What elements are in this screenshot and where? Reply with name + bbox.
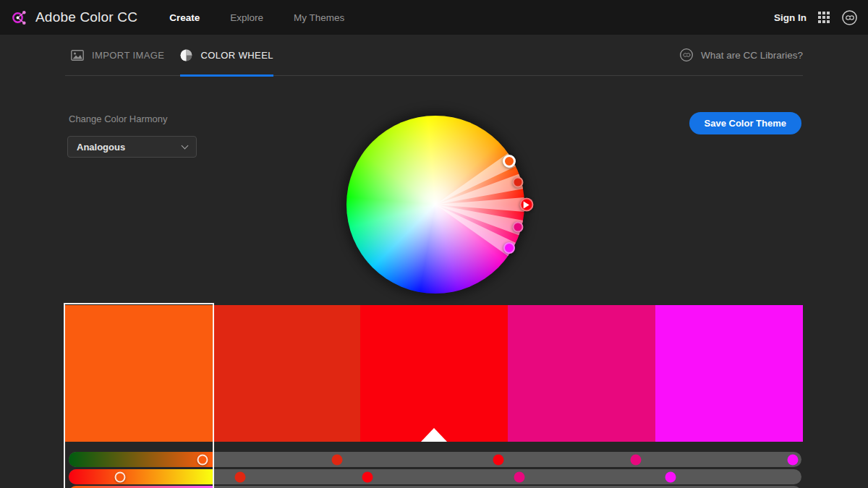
tab-import-image-label: IMPORT IMAGE: [92, 50, 164, 61]
slider-gradient-segment: [69, 469, 213, 484]
harmony-dropdown[interactable]: Analogous: [67, 136, 197, 158]
slider-value-dot: [235, 471, 246, 482]
topbar-right: Sign In: [774, 9, 858, 26]
base-marker-arrow-icon: [523, 201, 529, 208]
creative-cloud-icon[interactable]: [841, 9, 858, 26]
nav-my-themes[interactable]: My Themes: [294, 12, 344, 23]
wheel-marker-4[interactable]: [513, 222, 524, 233]
color-swatch-5[interactable]: [655, 305, 803, 442]
slider-value-dot: [665, 471, 676, 482]
nav-create[interactable]: Create: [169, 12, 200, 23]
color-swatch-4[interactable]: [508, 305, 655, 442]
harmony-label: Change Color Harmony: [69, 114, 168, 124]
nav-explore[interactable]: Explore: [230, 12, 263, 23]
apps-grid-icon[interactable]: [818, 12, 830, 23]
slider-gradient-segment: [69, 452, 213, 467]
primary-nav: Create Explore My Themes: [169, 12, 344, 23]
tab-bar: IMPORT IMAGE COLOR WHEEL What are CC Lib…: [65, 35, 803, 76]
slider-handle[interactable]: [115, 471, 126, 482]
cc-libraries-link[interactable]: What are CC Libraries?: [679, 35, 803, 75]
tab-import-image[interactable]: IMPORT IMAGE: [71, 35, 164, 75]
harmony-rays: [346, 116, 524, 294]
app-title: Adobe Color CC: [35, 9, 137, 25]
save-color-theme-button[interactable]: Save Color Theme: [689, 112, 801, 134]
color-swatch-2[interactable]: [213, 305, 360, 442]
cc-libraries-icon: [679, 48, 694, 62]
slider-track-green[interactable]: [69, 469, 801, 484]
top-bar: Adobe Color CC Create Explore My Themes …: [0, 0, 868, 35]
slider-value-dot: [362, 471, 373, 482]
swatch-row: [65, 305, 803, 442]
slider-handle[interactable]: [197, 454, 208, 465]
tab-color-wheel-label: COLOR WHEEL: [200, 50, 273, 61]
color-wheel-icon: [180, 49, 192, 61]
import-image-icon: [71, 50, 84, 61]
slider-value-dot: [788, 454, 799, 465]
cc-libraries-label: What are CC Libraries?: [701, 50, 803, 61]
slider-value-dot: [331, 454, 342, 465]
color-swatch-1[interactable]: [65, 305, 213, 442]
adobe-color-logo-icon[interactable]: [10, 8, 30, 27]
wheel-marker-2[interactable]: [513, 177, 524, 188]
sign-in-button[interactable]: Sign In: [774, 12, 807, 23]
slider-value-dot: [631, 454, 642, 465]
tab-color-wheel[interactable]: COLOR WHEEL: [180, 35, 273, 75]
harmony-selected-value: Analogous: [77, 142, 125, 153]
color-wheel[interactable]: [346, 116, 524, 294]
base-color-indicator: [421, 428, 447, 442]
adobe-color-app: Adobe Color CC Create Explore My Themes …: [0, 0, 868, 488]
color-swatch-3[interactable]: [360, 305, 508, 442]
chevron-down-icon: [182, 142, 189, 150]
wheel-marker-5[interactable]: [503, 242, 515, 254]
slider-value-dot: [493, 454, 504, 465]
tabs: IMPORT IMAGE COLOR WHEEL: [65, 35, 273, 75]
slider-value-dot: [514, 471, 524, 482]
wheel-marker-1[interactable]: [503, 155, 516, 168]
wheel-marker-3[interactable]: [520, 198, 534, 212]
slider-track-red[interactable]: [69, 452, 801, 467]
